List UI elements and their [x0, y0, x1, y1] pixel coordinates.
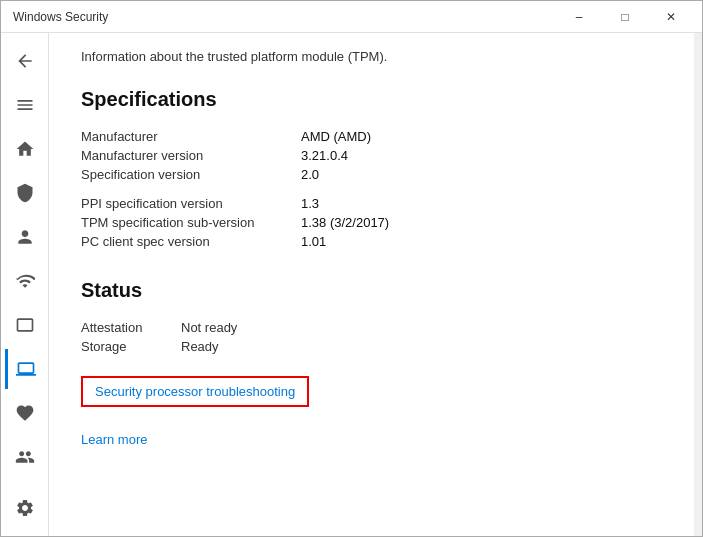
sidebar-icon-back[interactable] — [5, 41, 45, 81]
scrollbar[interactable] — [694, 33, 702, 536]
content-area: Information about the trusted platform m… — [1, 33, 702, 536]
troubleshooting-link-container: Security processor troubleshooting — [81, 376, 662, 419]
sidebar-icon-menu[interactable] — [5, 85, 45, 125]
main-content-area: Information about the trusted platform m… — [49, 33, 694, 536]
window-title: Windows Security — [13, 10, 108, 24]
sidebar-icon-device[interactable] — [5, 349, 45, 389]
sidebar-icon-account[interactable] — [5, 217, 45, 257]
specifications-table: ManufacturerAMD (AMD)Manufacturer versio… — [81, 127, 662, 251]
spec-label: Specification version — [81, 165, 301, 184]
status-row: AttestationNot ready — [81, 318, 662, 337]
spec-label: Manufacturer — [81, 127, 301, 146]
spec-label: Manufacturer version — [81, 146, 301, 165]
status-value: Ready — [181, 337, 662, 356]
main-window: Windows Security – □ ✕ — [0, 0, 703, 537]
spec-row: ManufacturerAMD (AMD) — [81, 127, 662, 146]
spec-value: 1.38 (3/2/2017) — [301, 213, 662, 232]
maximize-button[interactable]: □ — [602, 1, 648, 33]
status-label: Attestation — [81, 318, 181, 337]
status-row: StorageReady — [81, 337, 662, 356]
spec-row: PPI specification version1.3 — [81, 194, 662, 213]
spec-label: PC client spec version — [81, 232, 301, 251]
sidebar — [1, 33, 49, 536]
status-value: Not ready — [181, 318, 662, 337]
sidebar-icon-home[interactable] — [5, 129, 45, 169]
troubleshooting-link[interactable]: Security processor troubleshooting — [81, 376, 309, 407]
spec-row: Specification version2.0 — [81, 165, 662, 184]
learn-more-link-container: Learn more — [81, 431, 662, 447]
spec-value: 2.0 — [301, 165, 662, 184]
spec-row: TPM specification sub-version1.38 (3/2/2… — [81, 213, 662, 232]
window-controls: – □ ✕ — [556, 1, 694, 33]
status-table: AttestationNot readyStorageReady — [81, 318, 662, 356]
spec-value: 1.3 — [301, 194, 662, 213]
titlebar: Windows Security – □ ✕ — [1, 1, 702, 33]
sidebar-icon-health[interactable] — [5, 393, 45, 433]
sidebar-icon-wifi[interactable] — [5, 261, 45, 301]
spec-row: PC client spec version1.01 — [81, 232, 662, 251]
spec-row: Manufacturer version3.21.0.4 — [81, 146, 662, 165]
sidebar-icon-shield[interactable] — [5, 173, 45, 213]
sidebar-icon-family[interactable] — [5, 437, 45, 477]
status-heading: Status — [81, 279, 662, 302]
minimize-button[interactable]: – — [556, 1, 602, 33]
spec-value: 1.01 — [301, 232, 662, 251]
close-button[interactable]: ✕ — [648, 1, 694, 33]
specifications-heading: Specifications — [81, 88, 662, 111]
spec-value: 3.21.0.4 — [301, 146, 662, 165]
spec-value: AMD (AMD) — [301, 127, 662, 146]
spec-label: TPM specification sub-version — [81, 213, 301, 232]
intro-text: Information about the trusted platform m… — [81, 49, 662, 64]
sidebar-icon-settings[interactable] — [5, 488, 45, 528]
learn-more-link[interactable]: Learn more — [81, 432, 147, 447]
sidebar-icon-browser[interactable] — [5, 305, 45, 345]
status-label: Storage — [81, 337, 181, 356]
spec-label: PPI specification version — [81, 194, 301, 213]
